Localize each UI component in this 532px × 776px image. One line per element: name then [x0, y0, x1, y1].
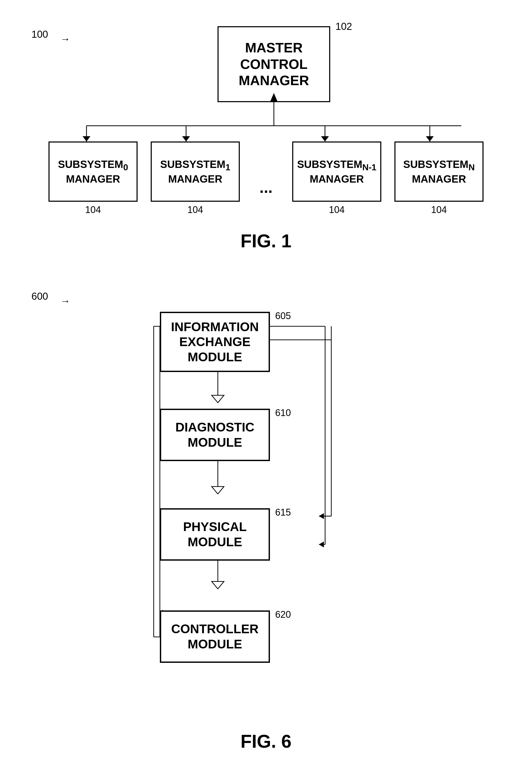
info-exchange-module-label: INFORMATIONEXCHANGEMODULE: [171, 319, 259, 365]
ellipsis: ...: [253, 142, 279, 202]
subsystem-0-label: SUBSYSTEM0MANAGER: [58, 158, 128, 185]
subsystem-1-box: SUBSYSTEM1MANAGER: [151, 142, 240, 202]
svg-marker-8: [182, 136, 190, 142]
subsystem-n1-label: SUBSYSTEMN-1MANAGER: [297, 158, 377, 185]
subsystem-1-sub: 1: [225, 162, 230, 172]
svg-marker-24: [212, 487, 224, 494]
subsystem-n-box: SUBSYSTEMNMANAGER: [394, 142, 484, 202]
fig1-arrow-100: →: [60, 33, 70, 45]
svg-marker-34: [319, 542, 324, 548]
physical-module-box: PHYSICALMODULE: [160, 508, 270, 561]
diagnostic-module-box: DIAGNOSTICMODULE: [160, 409, 270, 461]
subsystem-0-sub: 0: [123, 162, 128, 172]
subsystem-n1-ref: 104: [329, 204, 345, 215]
info-exchange-module-box: INFORMATIONEXCHANGEMODULE: [160, 312, 270, 372]
subsystem-n1-box: SUBSYSTEMN-1MANAGER: [292, 142, 381, 202]
fig1-ref-100: 100: [31, 29, 48, 40]
subsystem-n1-sub: N-1: [362, 162, 377, 172]
diagnostic-module-label: DIAGNOSTICMODULE: [175, 420, 254, 450]
subsystem-1-label: SUBSYSTEM1MANAGER: [160, 158, 230, 185]
modules-area: INFORMATIONEXCHANGEMODULE 605 DIAGNOSTIC…: [108, 307, 422, 726]
fig6-ref-605: 605: [275, 311, 291, 322]
fig1-caption: FIG. 1: [240, 230, 292, 251]
subsystem-0-group: SUBSYSTEM0MANAGER 104: [48, 142, 138, 213]
fig6-ref-615: 615: [275, 507, 291, 518]
master-control-manager-label: MASTERCONTROLMANAGER: [239, 39, 309, 88]
master-control-manager-box: MASTERCONTROLMANAGER: [217, 26, 330, 102]
subsystem-0-ref: 104: [85, 204, 101, 215]
svg-marker-30: [319, 513, 324, 519]
page: 100 → 102 MASTERCONTROLMANAGER: [0, 0, 532, 776]
fig6-container: 600 →: [16, 275, 516, 760]
subsystem-n-group: SUBSYSTEMNMANAGER 104: [394, 142, 484, 213]
fig6-caption: FIG. 6: [240, 731, 292, 752]
subsystem-1-ref: 104: [187, 204, 203, 215]
subsystem-n1-group: SUBSYSTEMN-1MANAGER 104: [292, 142, 381, 213]
subsystem-n-ref: 104: [431, 204, 447, 215]
fig6-ref-610: 610: [275, 407, 291, 418]
svg-marker-7: [82, 136, 91, 142]
fig6-arrow-600: →: [60, 296, 70, 307]
subsystem-1-group: SUBSYSTEM1MANAGER 104: [151, 142, 240, 213]
svg-marker-22: [212, 395, 224, 403]
svg-marker-10: [426, 136, 434, 142]
controller-module-label: CONTROLLERMODULE: [171, 621, 258, 651]
physical-module-label: PHYSICALMODULE: [183, 519, 247, 549]
svg-marker-26: [212, 581, 224, 589]
subsystem-0-box: SUBSYSTEM0MANAGER: [48, 142, 138, 202]
subsystem-n-sub: N: [468, 162, 475, 172]
fig6-ref-600: 600: [31, 291, 48, 302]
fig1-ref-102: 102: [335, 21, 352, 32]
fig1-container: 100 → 102 MASTERCONTROLMANAGER: [16, 16, 516, 251]
svg-marker-9: [321, 136, 329, 142]
controller-module-box: CONTROLLERMODULE: [160, 610, 270, 663]
fig6-ref-620: 620: [275, 609, 291, 620]
subsystems-row: SUBSYSTEM0MANAGER 104 SUBSYSTEM1MANAGER …: [16, 142, 516, 213]
subsystem-n-label: SUBSYSTEMNMANAGER: [403, 158, 475, 185]
